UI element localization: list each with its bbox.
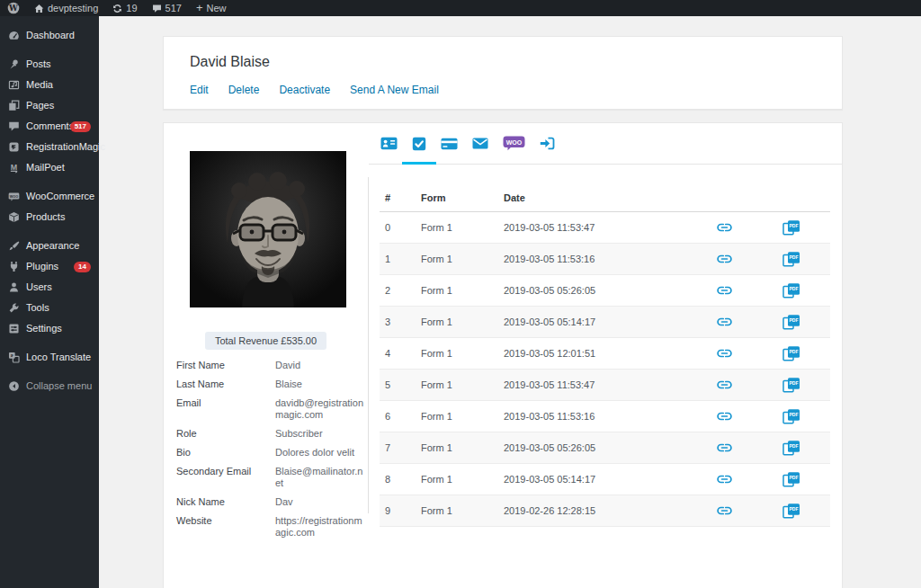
column-header-: # <box>380 184 416 212</box>
sidebar-item-tools[interactable]: Tools <box>0 298 99 318</box>
field-label: Website <box>176 515 275 539</box>
pdf-icon[interactable]: PDF <box>782 440 800 456</box>
link-icon[interactable] <box>716 504 733 517</box>
settings-icon <box>8 323 20 334</box>
row-date: 2019-03-05 05:14:17 <box>498 464 695 495</box>
link-icon[interactable] <box>716 347 733 360</box>
svg-text:PDF: PDF <box>790 412 799 417</box>
tab-sign-in[interactable] <box>540 123 555 164</box>
sidebar-item-registrationmagic[interactable]: RegistrationMagic <box>0 137 99 157</box>
row-form: Form 1 <box>416 464 498 495</box>
row-form: Form 1 <box>416 432 498 464</box>
sidebar-item-label: Comments <box>26 120 64 132</box>
pdf-icon[interactable]: PDF <box>782 251 800 267</box>
pdf-icon[interactable]: PDF <box>782 219 800 236</box>
column-header <box>695 184 753 212</box>
content-area: David Blaise EditDeleteDeactivateSend A … <box>99 16 921 588</box>
sidebar-item-loco-translate[interactable]: aLoco Translate <box>0 347 99 368</box>
action-edit[interactable]: Edit <box>190 84 209 96</box>
dashboard-icon <box>8 30 20 41</box>
link-icon[interactable] <box>716 379 733 391</box>
action-deactivate[interactable]: Deactivate <box>279 84 330 96</box>
row-form: Form 1 <box>416 244 498 275</box>
comments-menu[interactable]: 517 <box>145 0 189 16</box>
profile-field-bio: BioDolores dolor velit <box>176 447 368 459</box>
row-index: 0 <box>380 212 416 244</box>
row-index: 9 <box>380 495 416 527</box>
link-icon[interactable] <box>716 473 733 486</box>
column-header <box>753 184 830 212</box>
pdf-icon[interactable]: PDF <box>782 503 800 519</box>
sidebar-item-label: Products <box>26 211 91 223</box>
field-value: Dav <box>275 496 365 508</box>
link-icon[interactable] <box>716 284 733 297</box>
row-date: 2019-03-05 05:26:05 <box>498 275 695 307</box>
updates-count: 19 <box>126 3 137 13</box>
sidebar-item-comments[interactable]: Comments517 <box>0 116 99 137</box>
field-value: davidb@registrationmagic.com <box>275 397 365 421</box>
updates-menu[interactable]: 19 <box>105 0 144 16</box>
wordpress-logo-menu[interactable]: W <box>0 0 27 16</box>
link-icon[interactable] <box>716 441 733 454</box>
sidebar-item-label: Posts <box>26 58 91 70</box>
action-send-a-new-email[interactable]: Send A New Email <box>350 84 439 96</box>
sidebar-item-pages[interactable]: Pages <box>0 95 99 116</box>
sidebar-item-media[interactable]: Media <box>0 75 99 95</box>
row-date: 2019-03-05 05:26:05 <box>498 432 695 464</box>
profile-panel: Total Revenue £535.00 First NameDavidLas… <box>164 123 368 546</box>
sidebar-item-dashboard[interactable]: Dashboard <box>0 25 99 46</box>
sidebar-item-label: Users <box>26 281 91 293</box>
tab-credit-card[interactable] <box>441 123 458 164</box>
woocommerce-icon: WOO <box>8 191 20 202</box>
tab-address-card[interactable] <box>380 123 398 164</box>
action-delete[interactable]: Delete <box>228 84 260 96</box>
sidebar-item-label: MailPoet <box>26 162 91 174</box>
link-icon[interactable] <box>716 410 733 423</box>
tab-woocommerce-tab[interactable]: WOO <box>503 123 525 164</box>
pdf-icon[interactable]: PDF <box>782 282 800 298</box>
table-row: 1Form 12019-03-05 11:53:16PDF <box>380 244 830 275</box>
row-date: 2019-03-05 11:53:16 <box>498 401 695 432</box>
site-name-menu[interactable]: devptesting <box>27 0 105 16</box>
sign-in-icon <box>540 137 555 150</box>
row-index: 1 <box>380 244 416 275</box>
sidebar-item-collapse-menu[interactable]: Collapse menu <box>0 376 99 396</box>
sidebar-item-label: Pages <box>26 100 91 111</box>
svg-text:PDF: PDF <box>790 506 799 512</box>
tab-check-square[interactable] <box>412 123 426 164</box>
sidebar-item-products[interactable]: Products <box>0 207 99 227</box>
pdf-icon[interactable]: PDF <box>782 471 800 487</box>
link-icon[interactable] <box>716 253 733 265</box>
field-value: David <box>275 360 365 371</box>
user-actions: EditDeleteDeactivateSend A New Email <box>190 84 842 96</box>
detail-tabs: WOO <box>369 123 842 165</box>
pdf-icon[interactable]: PDF <box>782 408 800 424</box>
comments-icon <box>8 120 20 132</box>
updates-icon <box>112 4 122 13</box>
sidebar-item-plugins[interactable]: Plugins14 <box>0 256 99 277</box>
link-icon[interactable] <box>716 316 733 328</box>
sidebar-item-posts[interactable]: Posts <box>0 54 99 75</box>
field-value: Dolores dolor velit <box>275 447 365 459</box>
plus-icon: + <box>196 2 203 13</box>
pdf-icon[interactable]: PDF <box>782 314 800 330</box>
sidebar-item-settings[interactable]: Settings <box>0 318 99 339</box>
new-content-menu[interactable]: + New <box>189 0 234 16</box>
link-icon[interactable] <box>716 221 733 234</box>
table-row: 0Form 12019-03-05 11:53:47PDF <box>380 212 830 244</box>
home-icon <box>34 4 44 13</box>
media-icon <box>8 79 20 91</box>
svg-text:PDF: PDF <box>790 380 799 386</box>
profile-field-nick-name: Nick NameDav <box>176 496 368 508</box>
pdf-icon[interactable]: PDF <box>782 377 800 393</box>
svg-text:WOO: WOO <box>10 195 18 199</box>
row-index: 8 <box>380 464 416 495</box>
tab-envelope[interactable] <box>472 123 488 164</box>
sidebar-item-woocommerce[interactable]: WOOWooCommerce <box>0 186 99 207</box>
sidebar-item-users[interactable]: Users <box>0 277 99 298</box>
sidebar-item-appearance[interactable]: Appearance <box>0 236 99 256</box>
svg-text:PDF: PDF <box>790 223 799 228</box>
pdf-icon[interactable]: PDF <box>782 345 800 361</box>
row-form: Form 1 <box>416 401 498 432</box>
sidebar-item-mailpoet[interactable]: MMailPoet <box>0 157 99 178</box>
